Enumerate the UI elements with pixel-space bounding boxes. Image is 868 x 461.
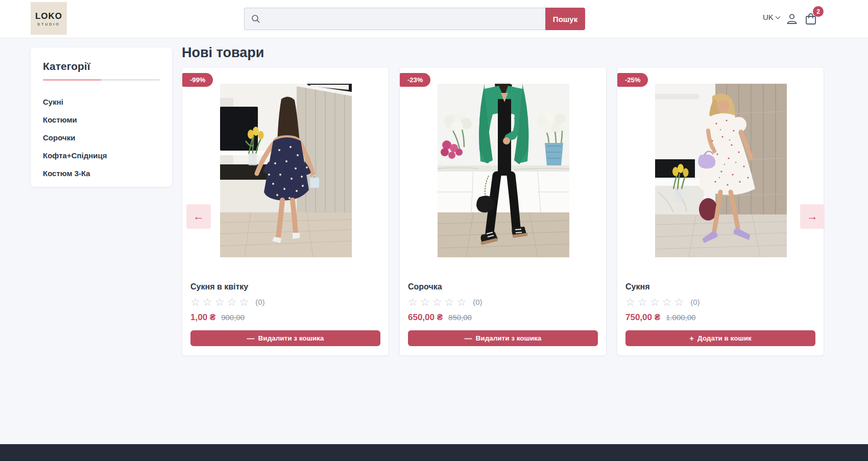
user-icon [785, 12, 799, 26]
sidebar-item-sorochky[interactable]: Сорочки [43, 129, 160, 147]
categories-list: Сукні Костюми Сорочки Кофта+Спідниця Кос… [43, 93, 160, 182]
product-image[interactable] [438, 84, 569, 257]
header: LOKO STUDIO Пошук UK 2 [0, 0, 868, 38]
footer [0, 444, 868, 461]
cart-button-label: Видалити з кошика [258, 334, 324, 342]
minus-icon: — [465, 334, 472, 343]
cart-count-badge: 2 [813, 6, 824, 17]
search-input[interactable] [261, 8, 545, 30]
rating-row: ☆☆☆☆☆ (0) [625, 297, 700, 307]
discount-badge: -25% [617, 73, 648, 87]
product-title[interactable]: Сукня в квітку [190, 282, 380, 292]
product-title[interactable]: Сорочка [408, 282, 598, 292]
product-title[interactable]: Сукня [625, 282, 815, 292]
remove-from-cart-button[interactable]: — Видалити з кошика [190, 330, 380, 346]
arrow-left-icon: ← [193, 210, 204, 223]
discount-badge: -23% [400, 73, 430, 87]
language-selector[interactable]: UK [763, 13, 780, 21]
sidebar-item-sukni[interactable]: Сукні [43, 93, 160, 111]
minus-icon: — [247, 334, 255, 343]
search-icon [251, 14, 261, 24]
store-logo[interactable]: LOKO STUDIO [31, 2, 67, 35]
product-image[interactable] [655, 84, 787, 257]
price-row: 1,00 ₴ 900,00 [190, 312, 245, 323]
old-price: 850,00 [448, 313, 472, 322]
search-button[interactable]: Пошук [545, 8, 585, 30]
price-row: 650,00 ₴ 850,00 [408, 312, 472, 323]
logo-text-main: LOKO [35, 11, 62, 21]
account-button[interactable] [785, 12, 799, 28]
rating-row: ☆☆☆☆☆ (0) [190, 297, 264, 307]
star-rating-icons: ☆☆☆☆☆ [625, 297, 686, 307]
star-rating-icons: ☆☆☆☆☆ [190, 297, 251, 307]
current-price: 650,00 ₴ [408, 312, 443, 323]
remove-from-cart-button[interactable]: — Видалити з кошика [408, 330, 598, 346]
cart-button-label: Видалити з кошика [476, 334, 542, 342]
product-card: -23% [399, 67, 607, 356]
old-price: 1.000,00 [666, 313, 695, 322]
categories-divider [43, 79, 160, 81]
sidebar-item-kofta-spidnytsia[interactable]: Кофта+Спідниця [43, 147, 160, 164]
product-image[interactable] [220, 84, 352, 257]
add-to-cart-button[interactable]: + Додати в кошик [625, 330, 815, 346]
arrow-right-icon: → [807, 210, 818, 223]
sidebar-item-kostium-3ka[interactable]: Костюм 3-Ка [43, 164, 160, 182]
search-field-container [244, 8, 545, 30]
sidebar-item-kostiumy[interactable]: Костюми [43, 111, 160, 129]
plus-icon: + [689, 334, 694, 343]
product-card: -25% [617, 67, 824, 356]
rating-count: (0) [690, 298, 700, 306]
chevron-down-icon [776, 14, 780, 18]
product-card: -99% [182, 67, 389, 356]
current-price: 1,00 ₴ [190, 312, 215, 323]
rating-count: (0) [473, 298, 482, 306]
carousel-next-button[interactable]: → [800, 204, 825, 229]
logo-text-sub: STUDIO [37, 22, 60, 26]
old-price: 900,00 [221, 313, 245, 322]
discount-badge: -99% [182, 73, 213, 87]
categories-title: Категорії [43, 60, 160, 72]
language-label: UK [763, 13, 774, 21]
rating-row: ☆☆☆☆☆ (0) [408, 297, 482, 307]
carousel-prev-button[interactable]: ← [186, 204, 211, 229]
cart-button-label: Додати в кошик [697, 334, 752, 342]
current-price: 750,00 ₴ [625, 312, 660, 323]
categories-panel: Категорії Сукні Костюми Сорочки Кофта+Сп… [31, 47, 172, 187]
rating-count: (0) [255, 298, 264, 306]
star-rating-icons: ☆☆☆☆☆ [408, 297, 469, 307]
page-title: Нові товари [182, 45, 264, 61]
search-bar: Пошук [244, 8, 585, 30]
price-row: 750,00 ₴ 1.000,00 [625, 312, 695, 323]
